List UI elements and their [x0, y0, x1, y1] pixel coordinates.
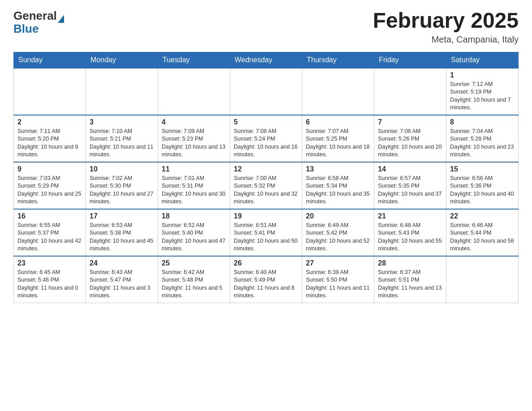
day-number: 7: [378, 118, 442, 126]
day-info: Sunrise: 7:00 AM Sunset: 5:32 PM Dayligh…: [234, 175, 298, 206]
day-info: Sunrise: 6:43 AM Sunset: 5:47 PM Dayligh…: [90, 269, 154, 300]
day-info: Sunrise: 7:09 AM Sunset: 5:23 PM Dayligh…: [162, 128, 226, 159]
day-info: Sunrise: 6:42 AM Sunset: 5:48 PM Dayligh…: [162, 269, 226, 300]
calendar-cell: 24Sunrise: 6:43 AM Sunset: 5:47 PM Dayli…: [86, 256, 158, 303]
day-number: 12: [234, 165, 298, 173]
calendar-week-row: 23Sunrise: 6:45 AM Sunset: 5:46 PM Dayli…: [14, 256, 519, 303]
day-number: 26: [234, 259, 298, 267]
day-info: Sunrise: 7:02 AM Sunset: 5:30 PM Dayligh…: [90, 175, 154, 206]
day-number: 1: [450, 71, 515, 79]
weekday-header-wednesday: Wednesday: [230, 52, 302, 68]
logo-general-text: General: [13, 9, 57, 23]
day-info: Sunrise: 7:07 AM Sunset: 5:25 PM Dayligh…: [306, 128, 370, 159]
day-number: 18: [162, 212, 226, 220]
day-info: Sunrise: 6:55 AM Sunset: 5:37 PM Dayligh…: [17, 222, 82, 253]
calendar-cell: 10Sunrise: 7:02 AM Sunset: 5:30 PM Dayli…: [86, 162, 158, 209]
day-number: 14: [378, 165, 442, 173]
day-info: Sunrise: 6:56 AM Sunset: 5:36 PM Dayligh…: [450, 175, 515, 206]
calendar-week-row: 16Sunrise: 6:55 AM Sunset: 5:37 PM Dayli…: [14, 209, 519, 256]
logo: General Blue: [13, 9, 64, 34]
calendar-cell: 17Sunrise: 6:53 AM Sunset: 5:38 PM Dayli…: [86, 209, 158, 256]
day-info: Sunrise: 6:53 AM Sunset: 5:38 PM Dayligh…: [90, 222, 154, 253]
calendar-cell: 9Sunrise: 7:03 AM Sunset: 5:29 PM Daylig…: [14, 162, 86, 209]
calendar-cell: 5Sunrise: 7:08 AM Sunset: 5:24 PM Daylig…: [230, 115, 302, 162]
calendar-cell: 1Sunrise: 7:12 AM Sunset: 5:19 PM Daylig…: [446, 68, 519, 115]
day-info: Sunrise: 7:11 AM Sunset: 5:20 PM Dayligh…: [17, 128, 82, 159]
day-number: 17: [90, 212, 154, 220]
calendar-cell: 13Sunrise: 6:58 AM Sunset: 5:34 PM Dayli…: [302, 162, 374, 209]
logo-blue-text: Blue: [13, 23, 64, 34]
day-number: 10: [90, 165, 154, 173]
day-number: 15: [450, 165, 515, 173]
calendar-cell: 20Sunrise: 6:49 AM Sunset: 5:42 PM Dayli…: [302, 209, 374, 256]
calendar-cell: 23Sunrise: 6:45 AM Sunset: 5:46 PM Dayli…: [14, 256, 86, 303]
day-info: Sunrise: 7:04 AM Sunset: 5:28 PM Dayligh…: [450, 128, 515, 159]
day-info: Sunrise: 6:48 AM Sunset: 5:43 PM Dayligh…: [378, 222, 442, 253]
day-number: 27: [306, 259, 370, 267]
day-number: 2: [17, 118, 82, 126]
day-number: 6: [306, 118, 370, 126]
calendar-week-row: 1Sunrise: 7:12 AM Sunset: 5:19 PM Daylig…: [14, 68, 519, 115]
day-number: 21: [378, 212, 442, 220]
weekday-header-thursday: Thursday: [302, 52, 374, 68]
calendar-cell: [374, 68, 446, 115]
weekday-header-tuesday: Tuesday: [158, 52, 230, 68]
title-block: February 2025 Meta, Campania, Italy: [373, 9, 519, 45]
day-number: 22: [450, 212, 515, 220]
day-number: 23: [17, 259, 82, 267]
day-number: 5: [234, 118, 298, 126]
day-info: Sunrise: 7:12 AM Sunset: 5:19 PM Dayligh…: [450, 81, 515, 112]
weekday-header-row: SundayMondayTuesdayWednesdayThursdayFrid…: [14, 52, 519, 68]
calendar-week-row: 9Sunrise: 7:03 AM Sunset: 5:29 PM Daylig…: [14, 162, 519, 209]
calendar-cell: 27Sunrise: 6:39 AM Sunset: 5:50 PM Dayli…: [302, 256, 374, 303]
calendar-cell: 7Sunrise: 7:06 AM Sunset: 5:26 PM Daylig…: [374, 115, 446, 162]
calendar-cell: [302, 68, 374, 115]
calendar-cell: 14Sunrise: 6:57 AM Sunset: 5:35 PM Dayli…: [374, 162, 446, 209]
calendar-cell: [230, 68, 302, 115]
day-info: Sunrise: 6:49 AM Sunset: 5:42 PM Dayligh…: [306, 222, 370, 253]
day-number: 3: [90, 118, 154, 126]
day-info: Sunrise: 7:01 AM Sunset: 5:31 PM Dayligh…: [162, 175, 226, 206]
calendar-cell: 2Sunrise: 7:11 AM Sunset: 5:20 PM Daylig…: [14, 115, 86, 162]
day-number: 16: [17, 212, 82, 220]
day-number: 9: [17, 165, 82, 173]
calendar-cell: 4Sunrise: 7:09 AM Sunset: 5:23 PM Daylig…: [158, 115, 230, 162]
day-info: Sunrise: 6:45 AM Sunset: 5:46 PM Dayligh…: [17, 269, 82, 300]
weekday-header-sunday: Sunday: [14, 52, 86, 68]
calendar-cell: 21Sunrise: 6:48 AM Sunset: 5:43 PM Dayli…: [374, 209, 446, 256]
calendar-cell: 18Sunrise: 6:52 AM Sunset: 5:40 PM Dayli…: [158, 209, 230, 256]
calendar-cell: 22Sunrise: 6:46 AM Sunset: 5:44 PM Dayli…: [446, 209, 519, 256]
calendar-cell: 26Sunrise: 6:40 AM Sunset: 5:49 PM Dayli…: [230, 256, 302, 303]
day-info: Sunrise: 6:57 AM Sunset: 5:35 PM Dayligh…: [378, 175, 442, 206]
day-info: Sunrise: 6:39 AM Sunset: 5:50 PM Dayligh…: [306, 269, 370, 300]
day-number: 24: [90, 259, 154, 267]
day-number: 8: [450, 118, 515, 126]
day-number: 25: [162, 259, 226, 267]
day-number: 13: [306, 165, 370, 173]
calendar-cell: 15Sunrise: 6:56 AM Sunset: 5:36 PM Dayli…: [446, 162, 519, 209]
day-info: Sunrise: 6:51 AM Sunset: 5:41 PM Dayligh…: [234, 222, 298, 253]
calendar-cell: 11Sunrise: 7:01 AM Sunset: 5:31 PM Dayli…: [158, 162, 230, 209]
calendar-week-row: 2Sunrise: 7:11 AM Sunset: 5:20 PM Daylig…: [14, 115, 519, 162]
day-number: 20: [306, 212, 370, 220]
day-info: Sunrise: 6:58 AM Sunset: 5:34 PM Dayligh…: [306, 175, 370, 206]
calendar-cell: 3Sunrise: 7:10 AM Sunset: 5:21 PM Daylig…: [86, 115, 158, 162]
calendar-table: SundayMondayTuesdayWednesdayThursdayFrid…: [13, 52, 519, 303]
day-info: Sunrise: 6:52 AM Sunset: 5:40 PM Dayligh…: [162, 222, 226, 253]
calendar-cell: 28Sunrise: 6:37 AM Sunset: 5:51 PM Dayli…: [374, 256, 446, 303]
calendar-cell: 16Sunrise: 6:55 AM Sunset: 5:37 PM Dayli…: [14, 209, 86, 256]
month-title: February 2025: [373, 9, 519, 33]
day-info: Sunrise: 6:46 AM Sunset: 5:44 PM Dayligh…: [450, 222, 515, 253]
page-header: General Blue February 2025 Meta, Campani…: [13, 9, 519, 45]
day-number: 11: [162, 165, 226, 173]
location-subtitle: Meta, Campania, Italy: [373, 34, 519, 45]
calendar-cell: [158, 68, 230, 115]
calendar-cell: 12Sunrise: 7:00 AM Sunset: 5:32 PM Dayli…: [230, 162, 302, 209]
day-number: 28: [378, 259, 442, 267]
calendar-cell: 6Sunrise: 7:07 AM Sunset: 5:25 PM Daylig…: [302, 115, 374, 162]
day-info: Sunrise: 7:03 AM Sunset: 5:29 PM Dayligh…: [17, 175, 82, 206]
calendar-cell: 8Sunrise: 7:04 AM Sunset: 5:28 PM Daylig…: [446, 115, 519, 162]
day-number: 19: [234, 212, 298, 220]
calendar-cell: 25Sunrise: 6:42 AM Sunset: 5:48 PM Dayli…: [158, 256, 230, 303]
calendar-cell: [86, 68, 158, 115]
